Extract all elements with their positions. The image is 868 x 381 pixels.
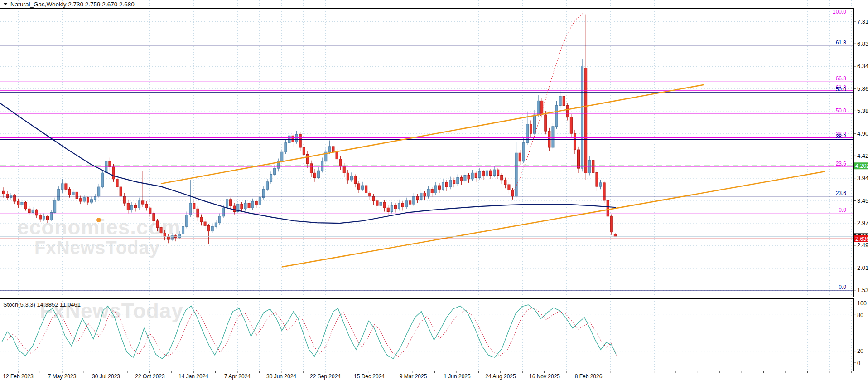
fib-label: 50.0 bbox=[836, 86, 847, 93]
watermark-fxnewstoday: FxNewsToday bbox=[34, 238, 160, 258]
candle bbox=[72, 189, 74, 196]
candle bbox=[434, 182, 437, 195]
candle bbox=[116, 176, 118, 190]
candle bbox=[109, 158, 111, 171]
price-tick-label: 7.310 bbox=[857, 18, 868, 25]
candle bbox=[189, 180, 192, 217]
candle bbox=[270, 171, 272, 184]
candle bbox=[218, 214, 221, 225]
candle bbox=[394, 203, 396, 213]
candle bbox=[32, 207, 34, 214]
candle bbox=[409, 199, 411, 208]
candle bbox=[230, 198, 232, 209]
candle bbox=[288, 128, 290, 145]
candle bbox=[599, 180, 602, 190]
candle bbox=[508, 182, 510, 194]
candle bbox=[566, 103, 569, 120]
candle bbox=[354, 174, 356, 187]
candle bbox=[325, 148, 327, 163]
candle bbox=[204, 219, 206, 230]
candle bbox=[130, 202, 133, 213]
fib-label: 0.0 bbox=[839, 284, 846, 290]
candle bbox=[486, 167, 488, 178]
candle bbox=[61, 179, 63, 193]
date-label: 22 Oct 2023 bbox=[135, 373, 165, 380]
trendline-channel-upper[interactable] bbox=[161, 84, 704, 183]
candle bbox=[310, 161, 312, 177]
candle bbox=[90, 197, 92, 204]
candle bbox=[54, 198, 56, 214]
candle bbox=[559, 91, 561, 108]
candle bbox=[299, 132, 301, 151]
candle bbox=[233, 203, 236, 215]
candle bbox=[339, 156, 342, 170]
price-tick-label: 2.010 bbox=[857, 264, 868, 271]
fib-label: 0.0 bbox=[839, 207, 846, 213]
price-tick-label: 3.455 bbox=[857, 197, 868, 204]
candle bbox=[574, 130, 576, 154]
price-scale[interactable]: 7.3106.8306.3455.8655.3854.9004.4203.940… bbox=[854, 18, 868, 294]
candle bbox=[471, 170, 473, 181]
price-tick-label: 3.940 bbox=[857, 175, 868, 181]
candle bbox=[186, 211, 188, 228]
candle bbox=[6, 191, 9, 200]
candle bbox=[197, 206, 199, 221]
candle bbox=[314, 169, 316, 182]
candle bbox=[200, 215, 203, 226]
date-label: 7 May 2023 bbox=[48, 373, 77, 380]
date-axis[interactable]: 12 Feb 20237 May 202330 Jul 202322 Oct 2… bbox=[3, 371, 851, 380]
candle bbox=[405, 198, 408, 209]
fib-labels-layer: 100.066.861.850.038.223.60.061.850.038.2… bbox=[833, 9, 846, 290]
chart-title: Natural_Gas,Weekly 2.730 2.759 2.670 2.6… bbox=[10, 1, 135, 8]
candle bbox=[343, 163, 345, 177]
candle bbox=[427, 186, 429, 199]
candle bbox=[79, 196, 82, 204]
candle bbox=[262, 186, 265, 200]
candle bbox=[380, 199, 382, 208]
chart-canvas[interactable]: economies.com FxNewsToday FxNewsToday 10… bbox=[0, 0, 868, 381]
candle bbox=[266, 179, 268, 191]
candle bbox=[607, 199, 609, 219]
price-tick-label: 5.865 bbox=[857, 85, 868, 92]
fib-label: 38.2 bbox=[836, 133, 847, 140]
symbol-dropdown-icon[interactable] bbox=[3, 3, 8, 5]
chart-layers: 100.066.861.850.038.223.60.061.850.038.2… bbox=[0, 0, 868, 381]
candle bbox=[303, 145, 305, 159]
candle bbox=[134, 203, 136, 211]
candle bbox=[285, 139, 287, 154]
candle bbox=[570, 114, 572, 137]
date-label: 22 Sep 2024 bbox=[310, 373, 341, 380]
candle bbox=[478, 168, 481, 180]
candle bbox=[398, 200, 400, 211]
target-price-badge-text: 4.202 bbox=[855, 163, 868, 169]
candle bbox=[127, 200, 129, 214]
price-tick-label: 6.345 bbox=[857, 63, 868, 69]
candle bbox=[563, 93, 565, 109]
candle bbox=[145, 201, 148, 211]
candle bbox=[277, 159, 280, 172]
date-label: 7 Apr 2024 bbox=[224, 373, 251, 380]
fib-label: 23.6 bbox=[836, 190, 847, 196]
candle bbox=[515, 142, 517, 198]
price-tick-label: 2.495 bbox=[857, 242, 868, 249]
candle bbox=[14, 194, 16, 205]
candle bbox=[424, 191, 426, 200]
candle bbox=[438, 183, 440, 193]
price-tick-label: 2.975 bbox=[857, 220, 868, 226]
candle bbox=[207, 224, 210, 244]
candle bbox=[318, 167, 320, 179]
trading-chart-window: economies.com FxNewsToday FxNewsToday 10… bbox=[0, 0, 868, 381]
candle bbox=[391, 202, 393, 214]
candle bbox=[522, 138, 525, 163]
candle bbox=[413, 193, 415, 206]
projection-dotted-line[interactable] bbox=[511, 13, 583, 198]
candle bbox=[365, 184, 367, 197]
candle bbox=[420, 189, 422, 201]
candle bbox=[383, 200, 386, 212]
candle bbox=[251, 199, 254, 210]
date-label: 30 Jul 2023 bbox=[92, 373, 120, 380]
candle bbox=[21, 200, 23, 207]
candle bbox=[610, 215, 612, 235]
candle bbox=[446, 180, 448, 191]
fib-label: 23.6 bbox=[836, 161, 847, 167]
